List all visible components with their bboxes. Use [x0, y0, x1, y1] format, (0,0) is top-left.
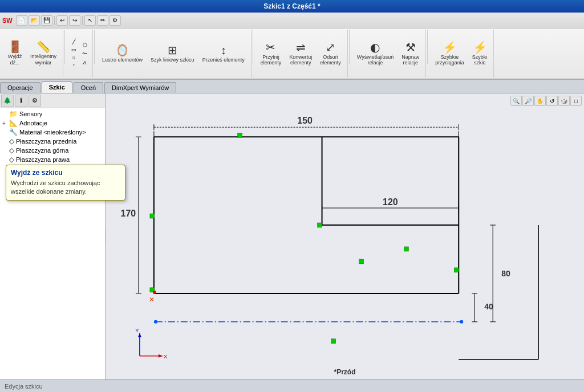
- offset-btn[interactable]: ⤢ Odsuńelementy: [317, 36, 344, 71]
- tab-dimxpert[interactable]: DimXpert Wymiarów: [104, 82, 176, 93]
- text-btn[interactable]: A: [80, 59, 89, 66]
- offset-label: Odsuńelementy: [320, 54, 341, 66]
- rotate-btn[interactable]: ↺: [546, 96, 558, 106]
- circle-btn[interactable]: ○: [70, 54, 78, 61]
- solidworks-logo[interactable]: SW: [2, 17, 13, 24]
- title-text: Szkic1 z Część1 *: [263, 2, 320, 10]
- tab-bar: Operacje Szkic Oceń DimXpert Wymiarów: [0, 80, 584, 93]
- svg-rect-37: [404, 247, 408, 251]
- rect-icon: ▭: [71, 47, 76, 52]
- pan-btn[interactable]: ✋: [534, 96, 546, 106]
- convert-btn[interactable]: ⇌ Konwertujelementy: [286, 36, 315, 71]
- sketch-svg: 150 120 170 40: [106, 93, 584, 379]
- separator-2: [82, 16, 83, 25]
- svg-text:150: 150: [297, 116, 313, 125]
- ppr-icon: ◇: [9, 156, 14, 164]
- modify-group: ✂ Przytnijelementy ⇌ Konwertujelementy ⤢…: [254, 30, 348, 77]
- main-area: 🌲 ℹ ⚙ Wyjdź ze szkicu Wychodzi ze szkicu…: [0, 93, 584, 379]
- zoom-in-btn[interactable]: 🔍: [510, 96, 522, 106]
- circle-icon: ○: [72, 55, 75, 60]
- tree-item-sensory[interactable]: 📁 Sensory: [0, 109, 105, 119]
- display-mode-btn[interactable]: □: [570, 96, 582, 106]
- fix-icon: ⚒: [405, 42, 416, 53]
- arc-btn[interactable]: ◜: [70, 62, 78, 69]
- svg-point-22: [460, 320, 463, 324]
- convert-label: Konwertujelementy: [289, 54, 312, 66]
- tree-item-material[interactable]: 🔧 Materiał <nieokreślony>: [0, 128, 105, 137]
- select-btn[interactable]: ↖: [84, 15, 96, 26]
- open-btn[interactable]: 📂: [29, 15, 40, 26]
- quick-sketch-btn[interactable]: ⚡ Szybkiszkic: [469, 36, 490, 71]
- trim-label: Przytnijelementy: [261, 54, 282, 66]
- ribbon-toolbar: 🚪 Wyjdźdź... 📏 Inteligentnywymiar ╱ ▭ ○ …: [0, 28, 584, 80]
- polygon-btn[interactable]: ⬡: [80, 42, 89, 48]
- exit-sketch-button[interactable]: 🚪 Wyjdźdź...: [5, 36, 25, 71]
- sensory-label: Sensory: [19, 111, 42, 117]
- tab-szkic[interactable]: Szkic: [42, 81, 72, 93]
- svg-rect-35: [150, 214, 155, 218]
- undo-btn[interactable]: ↩: [56, 15, 68, 26]
- feature-tree-btn[interactable]: 🌲: [1, 95, 14, 107]
- material-label: Materiał <nieokreślony>: [19, 129, 86, 136]
- file-btn[interactable]: 📄: [16, 15, 27, 26]
- mirror-btn[interactable]: 🪞 Lustro elementów: [99, 36, 145, 71]
- redo-btn[interactable]: ↪: [69, 15, 80, 26]
- smart-dimension-label: Inteligentnywymiar: [30, 54, 56, 66]
- ribbon-sep-2: [94, 30, 95, 64]
- dimension-icon: 📏: [36, 41, 51, 52]
- sensory-icon: 📁: [9, 110, 18, 118]
- pg-label: Płaszczyzna górna: [16, 147, 68, 154]
- tab-operacje[interactable]: Operacje: [0, 82, 40, 93]
- status-text: Edycja szkicu: [5, 383, 43, 390]
- trim-btn[interactable]: ✂ Przytnijelementy: [258, 36, 285, 71]
- quick-snap-btn[interactable]: ⚡ Szybkieprzyciągania: [432, 36, 467, 71]
- move-label: Przenieś elementy: [202, 57, 245, 63]
- move-elements-btn[interactable]: ↕ Przenieś elementy: [200, 36, 248, 71]
- offset-icon: ⤢: [326, 42, 335, 53]
- arc-icon: ◜: [73, 63, 75, 68]
- snap-label: Szybkieprzyciągania: [435, 54, 464, 66]
- tree-item-plaszczyzna-przednia[interactable]: ◇ Płaszczyzna przednia: [0, 137, 105, 146]
- save-btn[interactable]: 💾: [41, 15, 52, 26]
- drawing-canvas[interactable]: 🔍 🔎 ✋ ↺ 🎲 □: [106, 93, 584, 379]
- options-btn[interactable]: ⚙: [110, 15, 121, 26]
- config-btn[interactable]: ⚙: [29, 95, 41, 107]
- top-toolbar: SW 📄 📂 💾 ↩ ↪ ↖ ✏ ⚙: [0, 13, 584, 28]
- tree-item-plaszczyzna-prawa[interactable]: ◇ Płaszczyzna prawa: [0, 155, 105, 164]
- linear-array-btn[interactable]: ⊞ Szyk liniowy szkicu: [148, 36, 197, 71]
- draw-btn[interactable]: ✏: [97, 15, 108, 26]
- adnotacje-icon: 📐: [9, 119, 18, 127]
- tooltip-popup: Wyjdź ze szkicu Wychodzi ze szkicu zacho…: [6, 165, 125, 201]
- line-btn[interactable]: ╱: [70, 38, 78, 45]
- ribbon-sep-5: [427, 30, 428, 64]
- tab-ocen[interactable]: Oceń: [74, 82, 103, 93]
- rect-btn[interactable]: ▭: [70, 46, 78, 53]
- tooltip-title: Wyjdź ze szkicu: [11, 169, 120, 177]
- title-bar: Szkic1 z Część1 *: [0, 0, 584, 13]
- spline-btn[interactable]: 〜: [80, 50, 89, 58]
- svg-text:✕: ✕: [149, 296, 155, 304]
- line-icon: ╱: [72, 39, 75, 44]
- material-icon: 🔧: [9, 128, 18, 136]
- exit-icon: 🚪: [8, 41, 22, 52]
- expand-adnotacje: +: [2, 120, 9, 126]
- svg-point-41: [153, 291, 156, 294]
- display-relations-btn[interactable]: ◐ Wyświetlaj/usuńrelacje: [354, 36, 396, 71]
- quick-group: ⚡ Szybkieprzyciągania ⚡ Szybkiszkic: [429, 30, 494, 77]
- pp-icon: ◇: [9, 137, 14, 145]
- quick-sketch-icon: ⚡: [473, 42, 487, 53]
- svg-text:120: 120: [383, 197, 398, 207]
- smart-dimension-button[interactable]: 📏 Inteligentnywymiar: [27, 36, 59, 71]
- adnotacje-label: Adnotacje: [19, 120, 47, 126]
- tree-item-adnotacje[interactable]: + 📐 Adnotacje: [0, 119, 105, 128]
- property-btn[interactable]: ℹ: [15, 95, 27, 107]
- ppr-label: Płaszczyzna prawa: [16, 156, 70, 163]
- move-icon: ↕: [221, 44, 226, 56]
- tree-item-plaszczyzna-gorna[interactable]: ◇ Płaszczyzna górna: [0, 146, 105, 155]
- tooltip-description: Wychodzi ze szkicu zachowując wszelkie d…: [11, 179, 120, 197]
- fix-relations-btn[interactable]: ⚒ Naprawrelacje: [399, 36, 422, 71]
- svg-rect-39: [331, 339, 336, 344]
- view3d-btn[interactable]: 🎲: [558, 96, 570, 106]
- feature-tree: 🌲 ℹ ⚙ Wyjdź ze szkicu Wychodzi ze szkicu…: [0, 93, 106, 379]
- zoom-out-btn[interactable]: 🔎: [522, 96, 534, 106]
